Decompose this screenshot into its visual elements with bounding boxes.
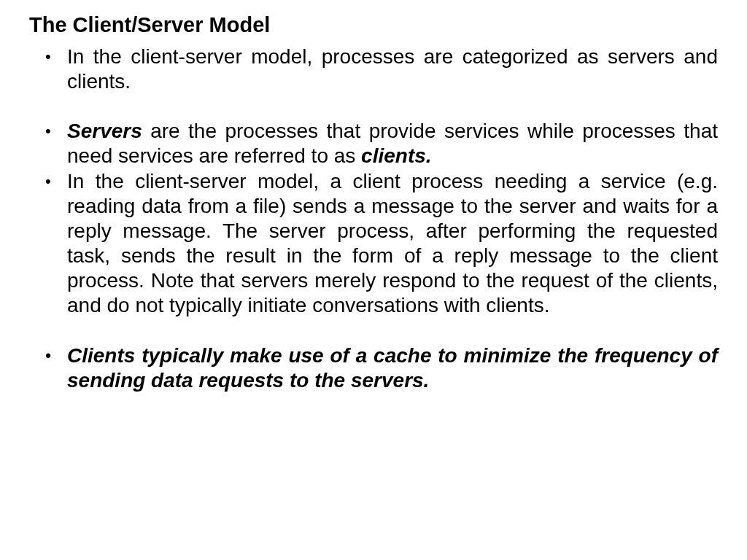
list-item: In the client-server model, processes ar… bbox=[29, 44, 718, 94]
list-item: Servers are the processes that provide s… bbox=[29, 119, 718, 168]
spacer bbox=[29, 319, 718, 343]
list-item: In the client-server model, a client pro… bbox=[29, 169, 718, 319]
bullet-list: Servers are the processes that provide s… bbox=[29, 119, 718, 318]
list-item: Clients typically make use of a cache to… bbox=[29, 343, 718, 393]
spacer bbox=[29, 94, 718, 119]
page-title: The Client/Server Model bbox=[29, 13, 718, 37]
term-servers: Servers bbox=[67, 120, 142, 142]
term-clients: clients. bbox=[361, 144, 431, 167]
bullet-list: In the client-server model, processes ar… bbox=[29, 44, 718, 94]
bullet-list: Clients typically make use of a cache to… bbox=[29, 343, 718, 393]
